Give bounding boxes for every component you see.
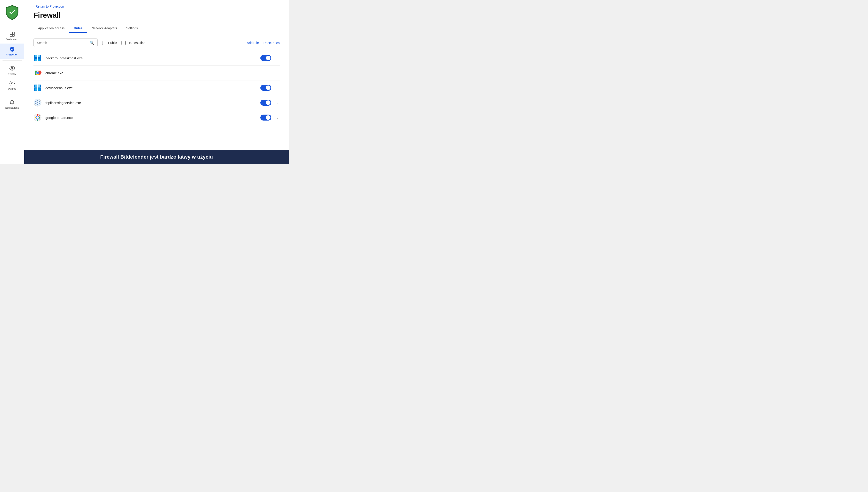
svg-point-35 [35,103,36,104]
sidebar-item-protection[interactable]: Protection [0,44,24,59]
home-office-label: Home/Office [127,41,145,45]
filters-row: 🔍 Public Home/Office Add rule Reset rule… [33,39,280,47]
chevron-down-icon: ⌄ [275,86,280,90]
back-label: Return to Protection [35,5,64,8]
home-office-checkbox[interactable] [122,41,126,45]
app-icon-devicecensus [33,84,42,92]
app-name: devicecensus.exe [45,86,257,90]
svg-point-36 [35,101,36,102]
svg-rect-14 [38,55,40,57]
search-box[interactable]: 🔍 [33,39,98,47]
public-label: Public [108,41,117,45]
bottom-banner: Firewall Bitdefender jest bardzo łatwy w… [24,150,289,164]
svg-point-5 [12,68,13,69]
tab-network-adapters[interactable]: Network Adapters [87,24,122,33]
app-name: chrome.exe [45,71,271,75]
svg-rect-0 [10,32,12,34]
table-row[interactable]: chrome.exe ⌄ [33,66,280,80]
toggle-googleupdate[interactable] [261,115,271,121]
table-row[interactable]: googleupdate.exe ⌄ [33,110,280,125]
filter-actions: Add rule Reset rules [247,41,280,45]
search-icon: 🔍 [90,41,94,45]
logo [4,5,20,22]
app-icon-chrome [33,69,42,77]
page-title: Firewall [33,11,280,20]
main-content: ‹ Return to Protection Firewall Applicat… [24,0,289,150]
sidebar-item-notifications[interactable]: Notifications [0,97,24,112]
svg-point-32 [39,101,40,102]
toggle-fnplicensing[interactable] [261,100,271,106]
tab-rules[interactable]: Rules [69,24,87,33]
chevron-down-icon: ⌄ [275,116,280,120]
sidebar-item-utilities[interactable]: Utilities [0,78,24,93]
rules-list: backgroundtaskhost.exe ⌄ [33,51,280,125]
svg-point-31 [37,100,38,101]
svg-rect-13 [35,55,37,57]
sidebar-divider-2 [2,95,22,95]
public-filter[interactable]: Public [102,41,117,45]
toggle-devicecensus[interactable] [261,85,271,91]
table-row[interactable]: devicecensus.exe ⌄ [33,80,280,95]
svg-rect-26 [38,85,40,87]
svg-point-20 [36,72,39,74]
search-input[interactable] [37,41,88,45]
table-row[interactable]: backgroundtaskhost.exe ⌄ [33,51,280,66]
sidebar-divider-1 [2,60,22,61]
svg-rect-28 [38,89,40,91]
public-checkbox[interactable] [102,41,106,45]
home-office-filter[interactable]: Home/Office [122,41,145,45]
sidebar-nav: Dashboard Protection Privacy [0,28,24,112]
tabs-bar: Application access Rules Network Adapter… [33,24,280,33]
chevron-down-icon: ⌄ [275,101,280,105]
app-icon-backgroundtaskhost [33,54,42,62]
svg-point-30 [37,102,38,103]
app-icon-fnplicensing [33,99,42,107]
sidebar-item-privacy[interactable]: Privacy [0,63,24,78]
tab-application-access[interactable]: Application access [33,24,69,33]
svg-rect-27 [35,89,37,91]
tab-settings[interactable]: Settings [122,24,143,33]
svg-point-33 [39,103,40,104]
svg-rect-3 [13,34,15,36]
svg-rect-1 [13,32,15,34]
banner-text: Firewall Bitdefender jest bardzo łatwy w… [100,154,213,160]
add-rule-button[interactable]: Add rule [247,41,259,45]
app-icon-googleupdate [33,114,42,122]
back-link[interactable]: ‹ Return to Protection [33,5,280,8]
reset-rules-button[interactable]: Reset rules [263,41,280,45]
sidebar: Dashboard Protection Privacy [0,0,24,164]
chevron-down-icon: ⌄ [275,56,280,60]
chevron-left-icon: ‹ [33,5,34,8]
main-panel: ‹ Return to Protection Firewall Applicat… [24,0,289,164]
app-name: backgroundtaskhost.exe [45,56,257,60]
toggle-backgroundtaskhost[interactable] [261,55,271,61]
svg-point-34 [37,104,38,105]
chevron-down-icon: ⌄ [275,71,280,75]
svg-rect-2 [10,34,12,36]
svg-rect-25 [35,85,37,87]
svg-rect-16 [38,59,40,61]
svg-rect-15 [35,59,37,61]
app-name: fnplicensingservice.exe [45,101,257,105]
table-row[interactable]: fnplicensingservice.exe ⌄ [33,95,280,110]
app-name: googleupdate.exe [45,116,257,120]
sidebar-item-dashboard[interactable]: Dashboard [0,28,24,44]
